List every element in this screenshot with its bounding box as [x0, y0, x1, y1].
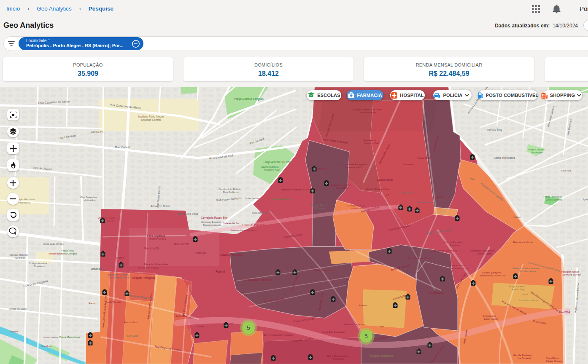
svg-text:Cachorrodromo: Cachorrodromo	[261, 166, 279, 168]
svg-text:Sabor nossil: Sabor nossil	[483, 318, 497, 320]
svg-text:Rua 2504: Rua 2504	[559, 311, 570, 313]
svg-text:Iva Corseuil: Iva Corseuil	[518, 357, 531, 359]
svg-text:Cirúrgico: Cirúrgico	[15, 257, 26, 259]
svg-text:4Beer Bela Vista: 4Beer Bela Vista	[178, 212, 198, 215]
svg-text:Don Guillermo: Don Guillermo	[223, 191, 240, 193]
svg-text:Leônidas Xausa: Leônidas Xausa	[450, 267, 468, 270]
svg-text:Bar e Restaurante: Bar e Restaurante	[327, 355, 348, 357]
svg-text:CT Bela Vista: CT Bela Vista	[398, 191, 414, 194]
svg-text:Escola Militar: Escola Militar	[377, 178, 393, 181]
svg-text:Paróquia Nossa: Paróquia Nossa	[561, 270, 580, 273]
svg-text:Senhora da Paz: Senhora da Paz	[562, 273, 580, 276]
svg-text:Posto Shell: Posto Shell	[418, 157, 430, 159]
svg-text:Parque Tamandaré: Parque Tamandaré	[370, 354, 394, 358]
svg-text:Chimarraria: Chimarraria	[483, 315, 496, 317]
svg-text:Instituto Cervantes: Instituto Cervantes	[415, 201, 437, 203]
svg-text:Afredo Bay: Afredo Bay	[512, 288, 524, 291]
svg-text:Bella Vista Plaza: Bella Vista Plaza	[273, 198, 293, 201]
svg-text:Rua Luiz 56: Rua Luiz 56	[174, 243, 189, 246]
svg-text:Mercado Ferrari: Mercado Ferrari	[310, 204, 328, 206]
svg-text:Cervejaria Rasen Bier: Cervejaria Rasen Bier	[201, 216, 228, 219]
svg-text:Praça Chaves: Praça Chaves	[509, 285, 525, 288]
svg-text:Escola Imperatriz: Escola Imperatriz	[331, 184, 351, 186]
svg-text:Restaurante Marcello s: Restaurante Marcello s	[431, 249, 457, 252]
svg-text:Estação Carlos Gomes: Estação Carlos Gomes	[513, 267, 539, 270]
svg-text:Rua Jaraguá: Rua Jaraguá	[252, 211, 267, 214]
svg-text:Escola Professor: Escola Professor	[513, 354, 532, 356]
svg-text:Clássico Petrópolis: Clássico Petrópolis	[219, 253, 243, 257]
svg-text:Rua Cabral: Rua Cabral	[115, 146, 130, 149]
svg-text:Los Guide: Los Guide	[127, 335, 139, 337]
svg-text:Romulo Telles: Romulo Telles	[149, 238, 166, 241]
svg-text:Praça Teimoso Costa: Praça Teimoso Costa	[408, 257, 432, 260]
svg-text:Petalea: Petalea	[10, 330, 19, 333]
svg-text:Comunidade Evangélica: Comunidade Evangélica	[340, 163, 367, 166]
svg-text:Bar e Restaurante Petrópolis: Bar e Restaurante Petrópolis	[264, 334, 294, 336]
svg-text:Armazém Nobel: Armazém Nobel	[151, 205, 170, 208]
svg-text:Cidade del Sur: Cidade del Sur	[223, 222, 240, 225]
svg-text:Posto Buffon: Posto Buffon	[43, 336, 58, 339]
svg-text:Gradasco: Gradasco	[403, 163, 414, 166]
svg-text:Igreja João Wesley: Igreja João Wesley	[43, 243, 65, 245]
svg-text:Carlos Gomes: Carlos Gomes	[546, 360, 562, 362]
svg-text:Nacional Nilópolis: Nacional Nilópolis	[281, 188, 301, 191]
svg-text:Praça Doutor: Praça Doutor	[450, 264, 465, 267]
svg-text:Instituto Porto Alegre: Instituto Porto Alegre	[138, 115, 164, 118]
svg-text:Edifício Felipe Núñez: Edifício Felipe Núñez	[366, 188, 390, 190]
svg-text:Costa: Costa	[436, 195, 443, 198]
svg-text:Moradia Universitária: Moradia Universitária	[144, 263, 168, 265]
svg-text:Colégio Rosário São João: Colégio Rosário São João	[352, 108, 382, 111]
svg-text:Usina do Espetinho: Usina do Espetinho	[243, 224, 267, 227]
svg-text:Feito de Sorvete: Feito de Sorvete	[300, 188, 319, 191]
svg-text:Praça Gustavo Langsch: Praça Gustavo Langsch	[234, 97, 264, 101]
svg-text:Churrascaria a Barranco: Churrascaria a Barranco	[243, 278, 272, 281]
svg-text:Trend Novo: Trend Novo	[546, 357, 559, 359]
svg-text:condomínio Pôr do Sol: condomínio Pôr do Sol	[480, 274, 506, 277]
svg-text:Sunny Bar: Sunny Bar	[175, 315, 187, 317]
svg-text:Kia Moto: Kia Moto	[41, 345, 51, 348]
svg-text:Soma Informática: Soma Informática	[494, 156, 515, 159]
svg-text:Forasteia: Forasteia	[449, 244, 460, 246]
svg-text:Leopoldina: Leopoldina	[336, 187, 348, 189]
svg-text:Praça Nina: Praça Nina	[61, 249, 74, 252]
svg-text:Dischinger: Dischinger	[531, 151, 543, 154]
svg-text:Taxi: Taxi	[470, 178, 475, 180]
svg-text:Barufaldi - Centro: Barufaldi - Centro	[108, 273, 128, 276]
svg-text:Rua Luiz Só: Rua Luiz Só	[144, 247, 159, 250]
svg-text:Edifício garagem: Edifício garagem	[482, 271, 501, 274]
svg-text:Il Giardinetto: Il Giardinetto	[429, 292, 444, 294]
svg-text:Praça Nío: Praça Nío	[195, 252, 206, 254]
svg-text:Alta Petrópolis: Alta Petrópolis	[360, 111, 377, 114]
svg-text:Solar Vernier: Solar Vernier	[245, 197, 260, 200]
svg-text:Pedrini: Pedrini	[216, 270, 225, 273]
svg-text:Massoterapeuta: Massoterapeuta	[203, 224, 221, 226]
svg-text:Hoffmann Advogados: Hoffmann Advogados	[470, 249, 494, 252]
svg-text:Igreja São Sebastião: Igreja São Sebastião	[321, 331, 345, 333]
svg-text:Praça Marselhesa: Praça Marselhesa	[59, 336, 80, 338]
svg-text:Brasileiro: Brasileiro	[34, 265, 45, 268]
svg-text:Taxi: Taxi	[380, 325, 384, 328]
svg-text:Residência: Residência	[364, 139, 376, 142]
svg-text:Condomínio Edifício: Condomínio Edifício	[218, 188, 241, 190]
svg-text:Rosa Calegari: Rosa Calegari	[61, 252, 77, 255]
svg-text:- Direito Digital: - Direito Digital	[475, 252, 491, 255]
svg-text:Luterana da Cruz: Luterana da Cruz	[345, 166, 364, 169]
svg-text:Unidade Central: Unidade Central	[141, 118, 162, 121]
svg-text:Florida: Florida	[197, 325, 205, 328]
svg-text:Salvador Dalí: Salvador Dalí	[364, 142, 379, 145]
svg-text:Amigo do Saber: Amigo do Saber	[9, 308, 27, 310]
svg-text:Puebla: Puebla	[359, 304, 367, 307]
svg-text:Largo Alfredo La Pena: Largo Alfredo La Pena	[264, 161, 291, 164]
svg-text:Compania Tudo: Compania Tudo	[348, 204, 366, 207]
svg-text:Sushi Temaki: Sushi Temaki	[105, 301, 121, 303]
svg-text:Rua Alfa: Rua Alfa	[561, 169, 571, 172]
svg-text:Feira Orgânica: Feira Orgânica	[147, 234, 165, 238]
svg-text:Henrique Escalier: Henrique Escalier	[201, 221, 221, 223]
svg-text:& Obalski: & Obalski	[314, 207, 325, 209]
svg-text:Residência Vitória: Residência Vitória	[513, 241, 534, 244]
svg-text:Praça Claudio: Praça Claudio	[528, 148, 544, 151]
svg-text:Supra Auto Forte: Supra Auto Forte	[518, 299, 538, 302]
svg-text:Santa Cerâmica: Santa Cerâmica	[314, 269, 332, 271]
svg-text:Bradesco: Bradesco	[91, 268, 103, 270]
svg-text:Ferragem Thony: Ferragem Thony	[138, 267, 159, 270]
